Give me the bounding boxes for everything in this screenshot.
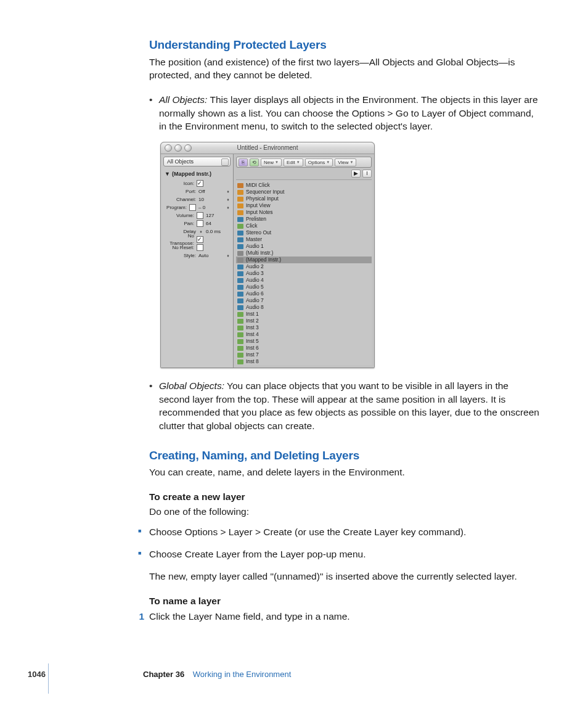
intro-creating: You can create, name, and delete layers …: [149, 466, 541, 479]
square-bullet-icon: [138, 548, 149, 561]
term-all-objects: All Objects:: [159, 94, 207, 105]
layer-selector[interactable]: All Objects: [163, 157, 231, 166]
object-row[interactable]: Inst 5: [236, 338, 372, 345]
object-row[interactable]: MIDI Click: [236, 182, 372, 189]
toolbar-main: ⎘ ⟲ New▼ Edit▼ Options▼ View▼: [236, 157, 372, 168]
pointer-tool[interactable]: ▶: [351, 170, 361, 178]
heading-creating-layers: Creating, Naming, and Deleting Layers: [149, 448, 541, 464]
options-menu[interactable]: Options▼: [305, 158, 333, 166]
param-style[interactable]: Style:Auto♦: [163, 252, 231, 260]
object-row[interactable]: Master: [236, 236, 372, 243]
object-row[interactable]: Audio 8: [236, 304, 372, 311]
object-row[interactable]: Sequencer Input: [236, 189, 372, 195]
edit-menu[interactable]: Edit▼: [284, 158, 303, 166]
object-row[interactable]: Inst 7: [236, 351, 372, 358]
term-global-objects: Global Objects:: [159, 380, 224, 391]
object-icon: [237, 258, 243, 263]
figure-environment-window: Untitled - Environment All Objects ▼(Map…: [160, 142, 541, 368]
object-row[interactable]: Audio 7: [236, 297, 372, 304]
param-volume[interactable]: Volume:127: [163, 212, 231, 220]
object-row[interactable]: Audio 3: [236, 270, 372, 277]
object-row[interactable]: Input View: [236, 202, 372, 209]
object-row[interactable]: Prelisten: [236, 216, 372, 223]
object-icon: [237, 203, 243, 208]
object-icon: [237, 319, 243, 324]
inspector-header[interactable]: ▼(Mapped Instr.): [163, 169, 231, 179]
object-row[interactable]: Inst 4: [236, 331, 372, 338]
result-new-layer: The new, empty layer called "(unnamed)" …: [149, 570, 541, 583]
inspector-panel: All Objects ▼(Mapped Instr.) Icon: Port:…: [161, 154, 234, 367]
link-button[interactable]: ⎘: [239, 158, 248, 166]
object-row[interactable]: Audio 2: [236, 263, 372, 270]
object-row[interactable]: Input Notes: [236, 209, 372, 216]
object-icon: [237, 359, 243, 364]
object-row[interactable]: Inst 3: [236, 324, 372, 331]
object-label: Inst 8: [246, 358, 259, 366]
midi-thru-button[interactable]: ⟲: [250, 158, 259, 166]
subhead-create-layer: To create a new layer: [149, 490, 541, 504]
object-icon: [237, 278, 243, 283]
step-number: 1: [133, 610, 149, 623]
object-row[interactable]: Audio 5: [236, 284, 372, 290]
object-icon: [237, 326, 243, 330]
object-icon: [237, 190, 243, 195]
object-icon: [237, 332, 243, 337]
param-pan[interactable]: Pan:64: [163, 220, 231, 228]
object-row[interactable]: (Mapped Instr.): [236, 257, 372, 263]
param-notranspose[interactable]: No Transpose:: [163, 236, 231, 244]
page-number: 1046: [0, 669, 46, 680]
do-one-following: Do one of the following:: [149, 505, 541, 519]
param-port[interactable]: Port:Off♦: [163, 188, 231, 195]
zoom-icon[interactable]: [184, 144, 192, 152]
object-icon: [237, 217, 243, 222]
param-icon[interactable]: Icon:: [163, 180, 231, 187]
object-row[interactable]: Inst 6: [236, 345, 372, 351]
window-titlebar: Untitled - Environment: [161, 142, 374, 154]
new-menu[interactable]: New▼: [261, 158, 282, 166]
object-icon: [237, 224, 243, 229]
param-channel[interactable]: Channel:10♦: [163, 196, 231, 203]
chapter-title: Working in the Environment: [193, 670, 291, 679]
object-icon: [237, 271, 243, 276]
desc-all-objects: This layer displays all objects in the E…: [159, 94, 538, 131]
step-choose-create-layer: Choose Create Layer from the Layer pop-u…: [138, 548, 541, 561]
object-row[interactable]: Audio 1: [236, 243, 372, 250]
object-row[interactable]: Stereo Out: [236, 229, 372, 236]
object-row[interactable]: Audio 6: [236, 290, 372, 297]
object-icon: [237, 265, 243, 269]
object-icon: [237, 231, 243, 236]
object-icon: [237, 237, 243, 242]
object-row[interactable]: Inst 8: [236, 358, 372, 365]
object-row[interactable]: Physical Input: [236, 195, 372, 202]
param-program[interactable]: Program:– 0♦: [163, 204, 231, 211]
view-menu[interactable]: View▼: [335, 158, 356, 166]
object-row[interactable]: (Multi Instr.): [236, 250, 372, 257]
bullet-dot-icon: [149, 93, 159, 133]
object-icon: [237, 183, 243, 188]
param-noreset[interactable]: No Reset:: [163, 244, 231, 252]
object-icon: [237, 305, 243, 310]
bullet-global-objects: Global Objects: You can place objects th…: [149, 379, 541, 433]
object-row[interactable]: Click: [236, 223, 372, 229]
object-icon: [237, 251, 243, 256]
text-tool[interactable]: I: [362, 170, 372, 178]
page-footer: 1046 Chapter 36 Working in the Environme…: [0, 669, 588, 680]
minimize-icon[interactable]: [174, 144, 182, 152]
object-row[interactable]: Inst 1: [236, 311, 372, 318]
bullet-dot-icon: [149, 379, 159, 433]
object-row[interactable]: Inst 2: [236, 318, 372, 324]
object-icon: [237, 339, 243, 344]
object-row[interactable]: Audio 4: [236, 277, 372, 284]
step-choose-options: Choose Options > Layer > Create (or use …: [138, 525, 541, 539]
footer-rule: [48, 663, 49, 694]
object-icon: [237, 312, 243, 317]
object-icon: [237, 298, 243, 303]
square-bullet-icon: [138, 525, 149, 539]
intro-protected: The position (and existence) of the firs…: [149, 55, 541, 82]
object-list: MIDI ClickSequencer InputPhysical InputI…: [236, 179, 372, 365]
object-icon: [237, 285, 243, 290]
bullet-all-objects: All Objects: This layer displays all obj…: [149, 93, 541, 133]
close-icon[interactable]: [165, 144, 172, 152]
object-icon: [237, 292, 243, 297]
object-icon: [237, 197, 243, 202]
